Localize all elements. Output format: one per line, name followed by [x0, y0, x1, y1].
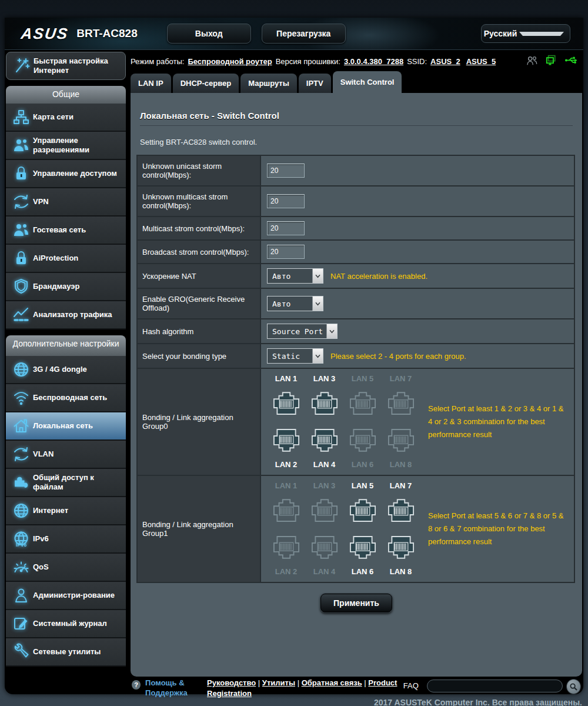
port-toggle[interactable] [267, 386, 305, 421]
firmware-link[interactable]: 3.0.0.4.380_7288 [344, 57, 403, 66]
select-value: Авто [268, 269, 312, 283]
sidebar-item[interactable]: AiProtection [6, 245, 126, 273]
port-toggle[interactable] [343, 386, 382, 421]
sidebar-item[interactable]: 3G / 4G dongle [6, 356, 126, 384]
port-toggle[interactable] [343, 530, 382, 565]
status-icons [526, 55, 580, 68]
port-toggle[interactable] [382, 493, 420, 528]
field-hint: NAT acceleration is enabled. [330, 272, 427, 281]
sidebar-item-label: Карта сети [33, 109, 74, 125]
sidebar-item[interactable]: Гостевая сеть [6, 217, 126, 245]
port-toggle[interactable] [305, 530, 343, 565]
tab-iptv[interactable]: IPTV [299, 74, 331, 93]
reboot-button[interactable]: Перезагрузка [262, 24, 346, 44]
sidebar-item[interactable]: Брандмауэр [6, 273, 126, 301]
devices-icon[interactable] [545, 55, 557, 68]
logout-button[interactable]: Выход [167, 24, 251, 44]
ssid-link[interactable]: ASUS_2 [430, 57, 460, 66]
sidebar-item[interactable]: Управление доступом [6, 160, 126, 188]
firmware-label: Версия прошивки: [276, 57, 340, 66]
field-input[interactable] [267, 221, 305, 235]
search-icon[interactable] [566, 679, 581, 694]
sidebar-item[interactable]: Администри-рование [6, 582, 126, 610]
puzzle-icon [12, 474, 30, 491]
field-hint: Please select 2 - 4 ports for each group… [330, 352, 466, 361]
tab-маршруты[interactable]: Маршруты [240, 74, 297, 93]
sidebar-item[interactable]: Общий доступ к файлам [6, 469, 126, 497]
port-toggle[interactable] [343, 422, 382, 458]
faq-search-input[interactable] [427, 680, 563, 692]
field-label: Multicast strom control(Mbps): [137, 217, 260, 240]
sidebar-item-label: Интернет [33, 502, 68, 519]
sidebar-item-label: Общий доступ к файлам [33, 469, 122, 495]
apply-button[interactable]: Применить [320, 594, 392, 612]
mode-link[interactable]: Беспроводной роутер [188, 57, 272, 66]
field-label: Unknown multicast strom control(Mbps): [137, 186, 260, 217]
sidebar-item-label: Администри-рование [33, 587, 115, 604]
language-select[interactable]: Русский [481, 24, 570, 43]
sidebar-item[interactable]: Интернет [6, 497, 126, 525]
bonding-hint: Select Port at least 5 & 6 or 7 & 8 or 5… [428, 509, 568, 548]
port-label: LAN 6 [343, 566, 382, 578]
sidebar-section-title: Общие [6, 86, 126, 104]
table-row: Select your bonding typeStaticPlease sel… [137, 344, 574, 368]
sidebar-item[interactable]: Управление разрешениями [6, 132, 126, 160]
help-support-link[interactable]: Помощь & Поддержка [145, 678, 194, 698]
port-toggle[interactable] [382, 386, 420, 421]
sidebar-quick-setup[interactable]: Быстрая настройка Интернет [6, 52, 126, 80]
table-row: Broadcast strom control(Mbps): [137, 240, 574, 264]
port-label: LAN 1 [267, 480, 305, 492]
port-toggle[interactable] [267, 530, 305, 565]
tab-switch-control[interactable]: Switch Control [333, 71, 402, 93]
port-toggle[interactable] [305, 493, 343, 528]
footer-link[interactable]: Руководство [207, 678, 256, 687]
footer-link[interactable]: Обратная связь [302, 678, 362, 687]
table-row: Bonding / Link aggregation Group0LAN 1LA… [137, 368, 574, 475]
log-icon [9, 615, 33, 632]
lan-port-icon [386, 534, 416, 561]
port-toggle[interactable] [267, 493, 305, 528]
sidebar-item[interactable]: VPN [6, 188, 126, 217]
sidebar-item-label: AiProtection [33, 250, 78, 267]
field-select[interactable]: Static [267, 348, 323, 364]
clients-icon[interactable] [526, 55, 538, 68]
wifi-icon [12, 389, 30, 407]
tab-lan-ip[interactable]: LAN IP [131, 74, 171, 93]
port-toggle[interactable] [267, 422, 305, 458]
sidebar-item[interactable]: Беспроводная сеть [6, 384, 126, 412]
field-input[interactable] [267, 164, 305, 178]
field-select[interactable]: Авто [267, 268, 323, 284]
usb-icon[interactable] [564, 55, 580, 67]
select-value: Static [268, 349, 312, 363]
port-toggle[interactable] [382, 530, 420, 565]
sidebar-item-label: Гостевая сеть [33, 222, 86, 238]
table-row: Unknown multicast strom control(Mbps): [137, 186, 574, 217]
port-toggle[interactable] [382, 422, 420, 458]
footer-link[interactable]: Утилиты [262, 678, 295, 687]
sidebar-item-label: Управление разрешениями [33, 132, 122, 158]
ssid-links: ASUS_2ASUS_5 [430, 57, 496, 66]
footer-bar: ? Помощь & Поддержка Руководство | Утили… [131, 678, 581, 694]
sidebar-item[interactable]: QoS [6, 554, 126, 582]
sidebar-item[interactable]: Сетевые утилиты [6, 638, 126, 667]
field-input[interactable] [267, 194, 305, 208]
chevron-down-icon [312, 297, 323, 311]
sidebar-item[interactable]: IPv6IPv6 [6, 525, 126, 554]
lan-port-icon [348, 390, 377, 417]
tab-dhcp-сервер[interactable]: DHCP-сервер [173, 74, 239, 93]
field-input[interactable] [267, 245, 305, 259]
sidebar-item[interactable]: Анализатор трафика [6, 301, 126, 329]
sidebar-item[interactable]: Системный журнал [6, 610, 126, 638]
port-toggle[interactable] [305, 422, 343, 458]
port-label: LAN 4 [305, 459, 343, 471]
sidebar: Быстрая настройка ИнтернетОбщиеКарта сет… [6, 52, 126, 667]
port-toggle[interactable] [343, 493, 382, 528]
sidebar-item[interactable]: VLAN [6, 441, 126, 469]
field-select[interactable]: Source Port [267, 324, 338, 339]
sidebar-item[interactable]: Локальная сеть [6, 412, 126, 441]
gauge-icon [12, 558, 30, 576]
sidebar-item[interactable]: Карта сети [6, 104, 126, 132]
ssid-link[interactable]: ASUS_5 [466, 57, 496, 66]
port-toggle[interactable] [305, 386, 343, 421]
field-select[interactable]: Авто [267, 296, 323, 311]
